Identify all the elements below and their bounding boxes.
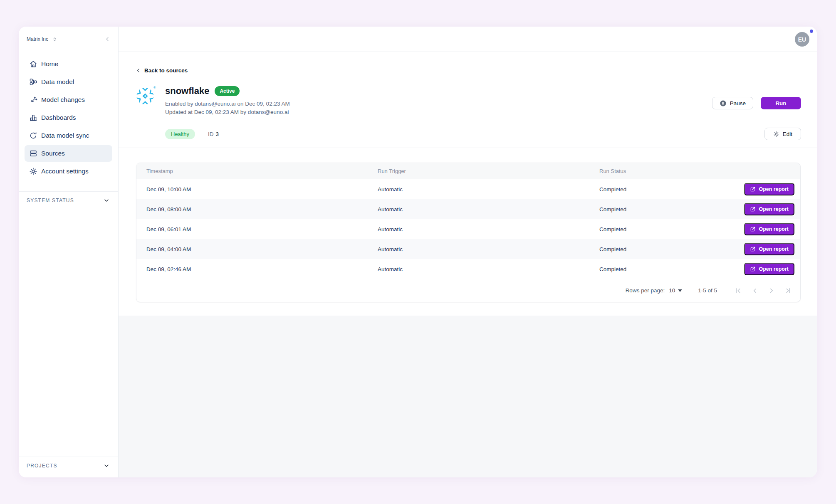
sidebar-item-data-model[interactable]: Data model (25, 74, 112, 90)
notification-dot (810, 30, 813, 33)
rows-per-page-value: 10 (669, 287, 675, 294)
sidebar-section-projects[interactable]: PROJECTS (19, 457, 118, 474)
table-header-row: Timestamp Run Trigger Run Status (136, 163, 800, 179)
rows-per-page-select[interactable]: 10 (669, 287, 682, 294)
gear-icon (29, 167, 37, 175)
snowflake-logo-icon: ® (136, 87, 154, 105)
sidebar-item-home[interactable]: Home (25, 56, 112, 72)
id-label: ID (208, 131, 214, 137)
sidebar-item-label: Sources (41, 150, 65, 157)
sidebar-item-model-changes[interactable]: Model changes (25, 91, 112, 108)
column-header-timestamp: Timestamp (136, 168, 368, 174)
external-link-icon (750, 186, 756, 192)
org-switcher[interactable]: Matrix Inc (19, 27, 118, 52)
column-header-run-status: Run Status (589, 168, 727, 174)
updated-at-line: Updated at Dec 09, 02:23 AM by dotans@eu… (165, 108, 290, 116)
page-title: snowflake (165, 85, 209, 97)
rows-per-page-label: Rows per page: (626, 287, 665, 294)
section-label: SYSTEM STATUS (27, 198, 74, 203)
id-value: 3 (216, 131, 219, 137)
cell-timestamp: Dec 09, 08:00 AM (136, 206, 368, 212)
cell-run-status: Completed (589, 206, 727, 212)
pagination-nav (735, 287, 792, 294)
edit-label: Edit (783, 131, 792, 137)
external-link-icon (750, 226, 756, 232)
health-badge: Healthy (165, 129, 195, 139)
desktop-background: Matrix Inc Home (0, 0, 836, 504)
table-row: Dec 09, 06:01 AM Automatic Completed Ope… (136, 219, 800, 239)
sidebar-item-label: Dashboards (41, 114, 76, 121)
external-link-icon (750, 206, 756, 212)
pause-button[interactable]: Pause (712, 97, 753, 109)
header-actions: Pause Run (712, 97, 801, 109)
data-model-icon (29, 78, 37, 86)
sidebar-item-label: Home (41, 60, 58, 68)
open-report-label: Open report (759, 246, 789, 252)
source-detail-panel: Back to sources ® (119, 52, 817, 316)
open-report-label: Open report (759, 266, 789, 272)
caret-down-icon (678, 289, 682, 292)
first-page-icon[interactable] (735, 287, 742, 294)
next-page-icon[interactable] (768, 287, 775, 294)
open-report-label: Open report (759, 206, 789, 212)
cell-run-trigger: Automatic (368, 186, 589, 193)
source-info: snowflake Active Enabled by dotans@euno.… (165, 85, 290, 116)
runs-table: Timestamp Run Trigger Run Status Dec 09,… (136, 163, 801, 302)
edit-button[interactable]: Edit (764, 128, 801, 140)
sources-icon (29, 149, 37, 158)
up-down-chevrons-icon (52, 37, 57, 42)
pause-label: Pause (730, 100, 746, 106)
sidebar-item-sources[interactable]: Sources (25, 145, 112, 162)
cell-run-trigger: Automatic (368, 266, 589, 272)
top-header: EU (119, 27, 817, 52)
source-status-row: Healthy ID 3 (165, 128, 219, 139)
prev-page-icon[interactable] (751, 287, 759, 294)
chevron-down-icon (103, 462, 110, 469)
back-to-sources-link[interactable]: Back to sources (135, 67, 188, 74)
home-icon (29, 60, 37, 68)
open-report-label: Open report (759, 226, 789, 232)
sidebar-section-system-status[interactable]: SYSTEM STATUS (19, 191, 118, 209)
gear-icon (773, 131, 779, 137)
dashboards-icon (29, 114, 37, 122)
model-changes-icon (29, 96, 37, 104)
registered-mark: ® (153, 86, 156, 89)
cell-timestamp: Dec 09, 04:00 AM (136, 246, 368, 252)
sidebar-collapse-icon[interactable] (104, 36, 111, 42)
cell-run-trigger: Automatic (368, 246, 589, 252)
external-link-icon (750, 266, 756, 272)
open-report-button[interactable]: Open report (744, 243, 794, 255)
cell-run-status: Completed (589, 186, 727, 193)
source-id: ID 3 (208, 131, 219, 137)
sidebar-item-label: Model changes (41, 96, 85, 104)
open-report-button[interactable]: Open report (744, 183, 794, 195)
table-pagination: Rows per page: 10 1-5 of 5 (136, 279, 800, 302)
avatar[interactable]: EU (795, 32, 809, 47)
pagination-range: 1-5 of 5 (698, 287, 717, 294)
status-badge-active: Active (215, 86, 240, 96)
sync-icon (29, 131, 37, 140)
open-report-button[interactable]: Open report (744, 203, 794, 215)
section-label: PROJECTS (27, 463, 57, 469)
sidebar-item-dashboards[interactable]: Dashboards (25, 109, 112, 126)
run-button[interactable]: Run (761, 97, 801, 109)
cell-run-status: Completed (589, 266, 727, 272)
cell-timestamp: Dec 09, 10:00 AM (136, 186, 368, 193)
table-row: Dec 09, 08:00 AM Automatic Completed Ope… (136, 199, 800, 219)
table-row: Dec 09, 04:00 AM Automatic Completed Ope… (136, 239, 800, 259)
external-link-icon (750, 246, 756, 252)
sidebar-item-label: Data model sync (41, 132, 89, 139)
app-window: Matrix Inc Home (19, 27, 817, 477)
open-report-button[interactable]: Open report (744, 223, 794, 235)
column-header-run-trigger: Run Trigger (368, 168, 589, 174)
enabled-by-line: Enabled by dotans@euno.ai on Dec 09, 02:… (165, 100, 290, 108)
table-row: Dec 09, 02:46 AM Automatic Completed Ope… (136, 259, 800, 279)
open-report-button[interactable]: Open report (744, 263, 794, 275)
sidebar-nav: Home Data model Model changes (25, 56, 112, 181)
last-page-icon[interactable] (784, 287, 792, 294)
cell-run-trigger: Automatic (368, 226, 589, 232)
sidebar-item-account-settings[interactable]: Account settings (25, 163, 112, 180)
open-report-label: Open report (759, 186, 789, 192)
sidebar-item-data-model-sync[interactable]: Data model sync (25, 127, 112, 144)
sidebar: Matrix Inc Home (19, 27, 119, 477)
